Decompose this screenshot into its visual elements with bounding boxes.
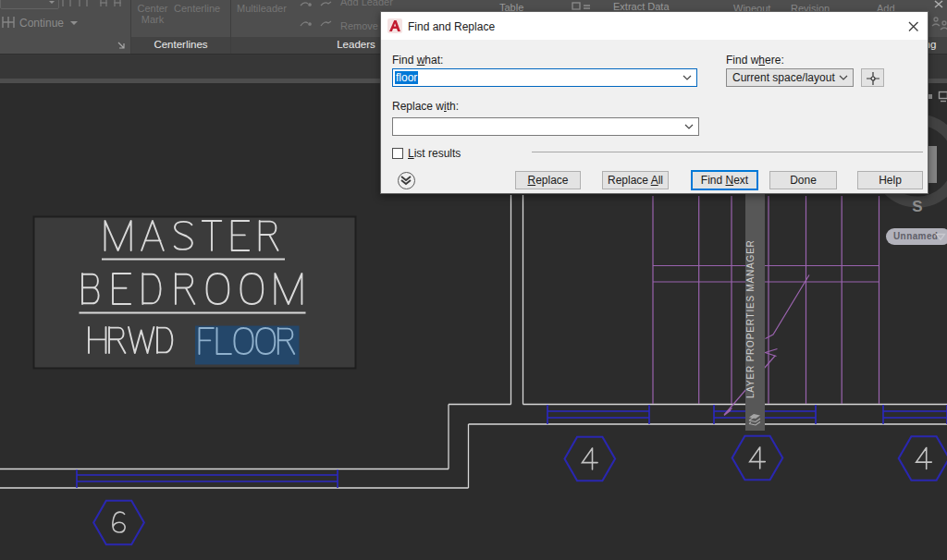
svg-text:S: S bbox=[912, 198, 922, 215]
